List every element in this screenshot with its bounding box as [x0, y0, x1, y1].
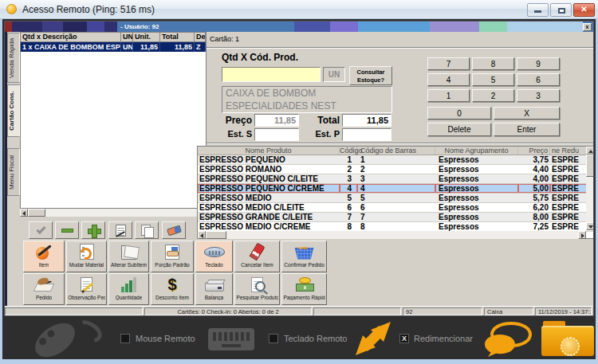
maximize-button[interactable]: [550, 3, 572, 17]
tab-venda-rapida[interactable]: Venda Rápida: [7, 33, 20, 83]
numpad-9[interactable]: 9: [517, 57, 560, 70]
product-row[interactable]: ESPRESSO MEDIO C/LEITE66Espressos6,20ESP…: [198, 203, 593, 213]
scale-button[interactable]: Balança: [195, 273, 233, 305]
item-discount-button[interactable]: $ Desconto Item: [151, 273, 194, 305]
close-button[interactable]: ✕: [573, 3, 595, 17]
order-button[interactable]: Pedido: [23, 273, 65, 305]
scroll-left-button[interactable]: [198, 231, 206, 239]
col-codigo[interactable]: Código: [340, 147, 357, 155]
numpad-delete[interactable]: Delete: [427, 123, 491, 136]
resize-checkbox[interactable]: X: [399, 334, 409, 343]
status-empty: [5, 307, 143, 315]
col-qtd-descricao: Qtd x Descrição: [21, 33, 121, 42]
numpad-3[interactable]: 3: [517, 89, 560, 102]
numpad-enter[interactable]: Enter: [494, 123, 560, 136]
remove-line-button[interactable]: [55, 221, 79, 239]
product-row[interactable]: ESPRESSO GRANDE C/LEITE77Espressos8,00ES…: [198, 213, 593, 222]
portion-card-icon: [165, 245, 179, 260]
product-row[interactable]: ESPRESSO ROMANO22Espressos4,40ESPRE: [198, 165, 593, 174]
product-row[interactable]: ESPRESSO PEQUENO C/LEITE33Espressos4,00E…: [198, 174, 593, 184]
est-p-label: Est. P: [303, 129, 340, 139]
product-description-box: CAIXA DE BOMBOM ESPECIALIDADES NEST: [222, 86, 392, 113]
eraser-icon: [167, 225, 182, 236]
col-nome-produto[interactable]: Nome Produto: [198, 147, 340, 155]
folder-badge-icon: [561, 337, 580, 356]
search-product-button[interactable]: Pesquisar Produto: [234, 273, 280, 305]
numpad-6[interactable]: 6: [517, 73, 560, 86]
numpad-8[interactable]: 8: [472, 57, 514, 70]
col-total: Total: [160, 33, 195, 42]
scroll-thumb[interactable]: [28, 209, 45, 217]
tab-cartao-cons[interactable]: Cartão Cons.: [7, 84, 20, 137]
resize-icon: [353, 319, 393, 358]
numpad-2[interactable]: 2: [472, 89, 514, 102]
scroll-down-button[interactable]: [586, 222, 593, 230]
numpad-7[interactable]: 7: [427, 57, 470, 70]
col-preco[interactable]: Preço: [518, 147, 550, 155]
confirm-order-button[interactable]: Confirmar Pedido: [281, 241, 327, 272]
numpad-0[interactable]: 0: [427, 107, 491, 119]
est-p-field[interactable]: [342, 128, 391, 141]
status-user: 92: [403, 307, 482, 315]
status-cards-summary: Cartões: 0 Check-in: 0 Abertos: 0 de 2: [144, 307, 312, 315]
tab-menu-fiscal[interactable]: Menu Fiscal: [7, 148, 20, 196]
keyboard-button[interactable]: Teclado: [195, 241, 233, 272]
cancel-item-button[interactable]: Cancelar Item: [234, 241, 280, 272]
order-table-hscrollbar[interactable]: [20, 209, 207, 217]
pos-titlebar: - Usuário: 92 x: [5, 22, 593, 32]
chat-icon[interactable]: [481, 322, 533, 357]
shared-folder-icon[interactable]: [541, 319, 596, 358]
product-row[interactable]: ESPRESSO PEQUENO11Espressos3,75ESPRE: [198, 155, 593, 165]
price-field[interactable]: 11,85: [254, 114, 299, 127]
numpad-1[interactable]: 1: [427, 89, 470, 102]
keyboard-icon: [204, 247, 225, 257]
scroll-thumb[interactable]: [206, 231, 226, 239]
pos-close-button[interactable]: x: [583, 23, 592, 31]
maximize-icon: [558, 8, 565, 14]
quick-payment-button[interactable]: Pagamento Rápido: [281, 273, 327, 305]
scale-icon: [205, 282, 224, 292]
change-material-button[interactable]: Mudar Material: [66, 241, 107, 272]
product-table-hscrollbar[interactable]: [198, 231, 586, 239]
pos-app-icon: [5, 22, 12, 32]
product-table-vscrollbar[interactable]: [586, 147, 593, 230]
order-row-selected[interactable]: 1 x CAIXA DE BOMBOM ESPEC UN 11,85 11,85…: [21, 42, 206, 52]
minimize-button[interactable]: [527, 3, 549, 17]
keyboard-remote-label: Teclado Remoto: [284, 334, 348, 343]
note-button[interactable]: [108, 221, 132, 239]
scroll-left-button[interactable]: [20, 209, 28, 217]
qty-code-input[interactable]: [222, 67, 321, 82]
col-codigo-barras[interactable]: Código de Barras: [357, 147, 435, 155]
product-row[interactable]: ESPRESSO MEDIO55Espressos5,75ESPRE: [198, 194, 593, 203]
copy-button[interactable]: [135, 221, 159, 239]
add-line-button[interactable]: [81, 221, 105, 239]
alter-subitem-button[interactable]: Alterar SubItem: [108, 241, 149, 272]
numpad-4[interactable]: 4: [427, 73, 470, 86]
confirm-line-button[interactable]: [29, 221, 53, 239]
product-row-selected[interactable]: ESPRESSO PEQUENO C/CREME44Espressos5,00E…: [198, 184, 593, 194]
default-portion-button[interactable]: Porção Padrão: [151, 241, 194, 272]
mouse-remote-checkbox[interactable]: [120, 334, 130, 343]
keyboard-remote-checkbox[interactable]: [269, 334, 278, 343]
papers-icon: [141, 225, 153, 237]
scroll-up-button[interactable]: [586, 147, 593, 155]
quantity-button[interactable]: Quantidade: [108, 273, 149, 305]
total-field[interactable]: 11,85: [342, 114, 391, 127]
separator: [207, 47, 593, 49]
check-icon: [36, 224, 45, 233]
item-button[interactable]: Item: [23, 241, 65, 272]
order-note-button[interactable]: Observação Pedido: [66, 273, 107, 305]
qty-code-label: Qtd X Cód. Prod.: [222, 52, 298, 63]
col-nome-agrupamento[interactable]: Nome Agrupamento: [435, 147, 518, 155]
col-un: UN: [121, 33, 133, 42]
un-unit-box: UN: [323, 67, 345, 82]
scroll-thumb[interactable]: [586, 155, 593, 177]
basket-icon: [295, 248, 314, 260]
numpad-x[interactable]: X: [494, 107, 560, 119]
est-s-field[interactable]: [254, 128, 299, 141]
erase-button[interactable]: [162, 221, 186, 239]
numpad-5[interactable]: 5: [472, 73, 514, 86]
order-icon: [35, 277, 53, 292]
scroll-right-button[interactable]: [578, 231, 586, 239]
consult-stock-button[interactable]: Consultar Estoque?: [349, 66, 392, 85]
